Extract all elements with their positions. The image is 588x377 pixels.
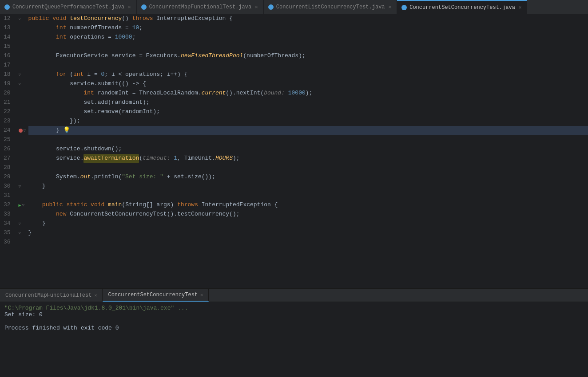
tab-icon-1 xyxy=(4,4,10,10)
code-line: service.shutdown(); xyxy=(28,145,588,154)
line-number: 31 xyxy=(4,191,14,200)
bottom-tab-map[interactable]: ConcurrentMapFunctionalTest ✕ xyxy=(0,289,103,302)
code-token: set.add(randomInt); xyxy=(28,98,150,107)
code-line: public static void main(String[] args) t… xyxy=(28,200,588,210)
code-line: }); xyxy=(28,117,588,126)
tab-label-1: ConcurrentQueuePerformanceTest.java xyxy=(12,4,124,10)
bottom-tab-set[interactable]: ConcurrentSetConcurrencyTest ✕ xyxy=(103,289,209,302)
code-token: randomInt = ThreadLocalRandom. xyxy=(94,89,202,98)
line-number: 25 xyxy=(4,135,14,145)
gutter-cell xyxy=(18,135,27,145)
tab-concurrent-set[interactable]: ConcurrentSetConcurrencyTest.java ✕ xyxy=(397,0,527,14)
fold-icon[interactable]: ▽ xyxy=(24,128,26,133)
terminal-line-2: Set size: 0 xyxy=(4,311,584,318)
code-token xyxy=(28,89,84,98)
tab-label-2: ConcurrentMapFunctionalTest.java xyxy=(149,4,251,10)
code-token: throws xyxy=(177,200,198,210)
code-token: service.submit(() -> { xyxy=(28,79,146,89)
code-token: i xyxy=(87,70,91,79)
tab-concurrent-list[interactable]: ConcurrentListConcurrencyTest.java ✕ xyxy=(264,0,397,14)
tab-close-3[interactable]: ✕ xyxy=(388,4,393,10)
code-token: bound: xyxy=(264,89,288,98)
gutter-cell xyxy=(18,173,27,182)
line-number: 22 xyxy=(4,107,14,117)
line-number: 32 xyxy=(4,200,14,210)
code-token: "Set size: " xyxy=(122,173,163,182)
fold-icon[interactable]: ▽ xyxy=(19,16,21,21)
code-line: set.add(randomInt); xyxy=(28,98,588,107)
code-lines[interactable]: public void testConcurrency() throws Int… xyxy=(27,14,588,288)
code-line: for (int i = 0; i < operations; i++) { xyxy=(28,70,588,79)
code-line: int randomInt = ThreadLocalRandom.curren… xyxy=(28,89,588,98)
tab-close-1[interactable]: ✕ xyxy=(127,4,132,10)
code-line xyxy=(28,191,588,200)
gutter-cell xyxy=(18,145,27,154)
code-line: public void testConcurrency() throws Int… xyxy=(28,14,588,24)
tab-close-4[interactable]: ✕ xyxy=(518,4,523,11)
code-token: ( xyxy=(139,154,143,163)
line-number: 34 xyxy=(4,219,14,228)
code-line: } 💡 xyxy=(28,126,588,135)
fold-icon[interactable]: ▽ xyxy=(22,203,24,208)
code-token: } xyxy=(28,126,60,135)
code-token: main xyxy=(108,200,122,210)
code-line xyxy=(28,238,588,247)
bottom-tab-set-close[interactable]: ✕ xyxy=(200,292,203,298)
code-line: service.awaitTermination(timeout: 1, Tim… xyxy=(28,154,588,163)
tab-concurrent-map[interactable]: ConcurrentMapFunctionalTest.java ✕ xyxy=(137,0,264,14)
gutter-cell xyxy=(18,117,27,126)
gutter-cell xyxy=(18,238,27,247)
code-token: static xyxy=(66,200,87,210)
code-token: () xyxy=(122,14,132,24)
code-token: HOURS xyxy=(215,154,233,163)
code-token: } xyxy=(28,228,32,238)
line-number: 35 xyxy=(4,228,14,238)
code-token: ( xyxy=(66,70,73,79)
fold-icon[interactable]: ▽ xyxy=(19,184,21,189)
gutter-cell: ▽ xyxy=(18,219,27,228)
line-number: 20 xyxy=(4,89,14,98)
gutter-cell xyxy=(18,42,27,51)
run-icon[interactable]: ▶ xyxy=(19,203,21,208)
code-line: int operations = 10000; xyxy=(28,33,588,42)
fold-icon[interactable]: ▽ xyxy=(19,221,21,226)
code-token: service. xyxy=(28,154,84,163)
code-token: = xyxy=(91,70,101,79)
code-token: , TimeUnit. xyxy=(177,154,215,163)
code-token: operations = xyxy=(66,33,115,42)
line-number: 29 xyxy=(4,173,14,182)
fold-icon[interactable]: ▽ xyxy=(19,82,21,86)
code-token: 10 xyxy=(132,24,139,33)
code-token: + set.size()); xyxy=(163,173,215,182)
code-token: int xyxy=(83,89,94,98)
terminal-line-4: Process finished with exit code 0 xyxy=(4,325,584,331)
breakpoint-icon xyxy=(19,129,23,133)
code-token xyxy=(87,200,91,210)
gutter-cell xyxy=(18,210,27,219)
code-token: 10000 xyxy=(115,33,132,42)
tab-concurrent-queue[interactable]: ConcurrentQueuePerformanceTest.java ✕ xyxy=(0,0,137,14)
code-token: System. xyxy=(28,173,80,182)
code-token xyxy=(49,14,52,24)
tab-close-2[interactable]: ✕ xyxy=(254,4,259,10)
code-token: .println( xyxy=(91,173,122,182)
code-token xyxy=(28,70,56,79)
line-number: 13 xyxy=(4,24,14,33)
code-token: for xyxy=(56,70,66,79)
line-number: 17 xyxy=(4,61,14,70)
code-token: InterruptedException { xyxy=(198,200,278,210)
line-numbers: 1213141516171819202122232425262728293031… xyxy=(0,14,18,288)
line-number: 16 xyxy=(4,51,14,61)
fold-icon[interactable]: ▽ xyxy=(19,231,21,236)
code-token: int xyxy=(56,33,66,42)
gutter: ▽▽▽▽▽▶▽▽▽ xyxy=(18,14,27,288)
fold-icon[interactable]: ▽ xyxy=(19,72,21,77)
bottom-tab-map-close[interactable]: ✕ xyxy=(94,293,97,298)
gutter-cell xyxy=(18,61,27,70)
code-token: service.shutdown(); xyxy=(28,145,122,154)
code-token: public xyxy=(42,200,63,210)
code-token xyxy=(66,14,70,24)
gutter-cell: ▽ xyxy=(18,70,27,79)
bottom-panel: ConcurrentMapFunctionalTest ✕ Concurrent… xyxy=(0,288,588,377)
tab-icon-3 xyxy=(268,4,274,10)
